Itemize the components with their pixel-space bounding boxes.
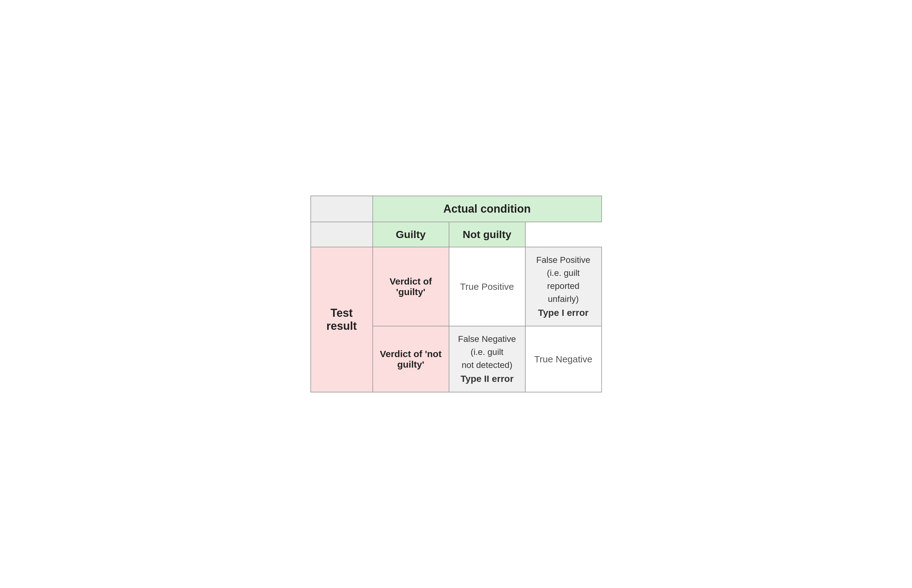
true-negative-cell: True Negative bbox=[525, 326, 602, 392]
type-ii-error-label: Type II error bbox=[461, 373, 514, 384]
actual-condition-header: Actual condition bbox=[373, 196, 602, 222]
test-result-row-header: Test result bbox=[311, 247, 373, 392]
false-negative-cell: False Negative(i.e. guiltnot detected) T… bbox=[449, 326, 525, 392]
verdict-not-guilty-label: Verdict of 'not guilty' bbox=[373, 326, 449, 392]
verdict-guilty-label: Verdict of 'guilty' bbox=[373, 247, 449, 326]
type-i-error-label: Type I error bbox=[538, 307, 589, 318]
empty-corner-cell bbox=[311, 196, 373, 222]
false-negative-text: False Negative(i.e. guiltnot detected) bbox=[458, 334, 516, 370]
guilty-column-header: Guilty bbox=[373, 222, 449, 247]
confusion-matrix-table: Actual condition Guilty Not guilty Test … bbox=[310, 195, 602, 393]
false-positive-text: False Positive(i.e. guilt reportedunfair… bbox=[536, 255, 590, 304]
empty-corner-cell-2 bbox=[311, 222, 373, 247]
false-positive-cell: False Positive(i.e. guilt reportedunfair… bbox=[525, 247, 602, 326]
true-positive-cell: True Positive bbox=[449, 247, 525, 326]
not-guilty-column-header: Not guilty bbox=[449, 222, 525, 247]
